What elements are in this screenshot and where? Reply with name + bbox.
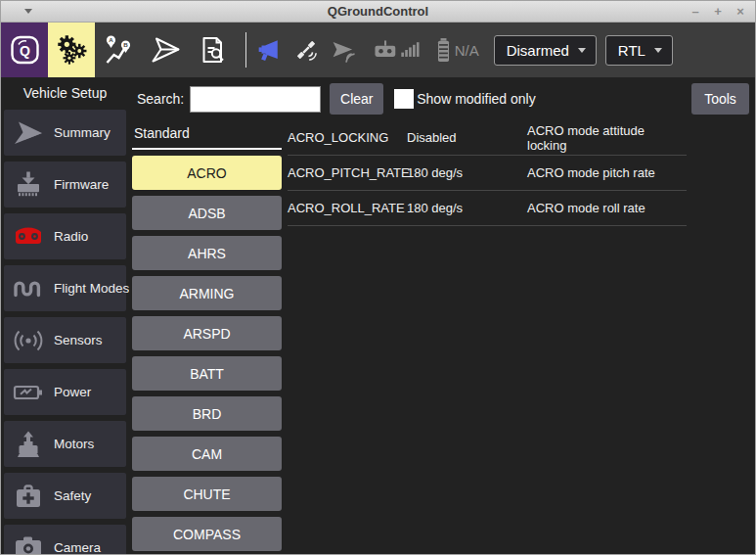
battery-label: N/A [455, 42, 479, 59]
parameter-row[interactable]: ACRO_PITCH_RATE 180 deg/s ACRO mode pitc… [288, 156, 687, 191]
svg-text:Q: Q [20, 43, 30, 59]
parameter-value: Disabled [407, 130, 527, 145]
rc-transmitter-icon [372, 37, 422, 63]
category-button-batt[interactable]: BATT [132, 356, 282, 391]
sidebar-item-label: Summary [54, 125, 111, 140]
parameter-description: ACRO mode attitude locking [527, 123, 687, 153]
tools-button[interactable]: Tools [691, 83, 749, 115]
parameter-name: ACRO_LOCKING [288, 130, 407, 145]
motor-icon [12, 430, 45, 459]
search-label: Search: [137, 91, 184, 107]
category-button-adsb[interactable]: ADSB [132, 196, 282, 230]
category-button-compass[interactable]: COMPASS [132, 517, 282, 551]
radio-icon [12, 222, 45, 252]
sidebar-title: Vehicle Setup [1, 77, 129, 110]
window-title: QGroundControl [1, 4, 755, 19]
parameter-row[interactable]: ACRO_ROLL_RATE 180 deg/s ACRO mode roll … [288, 191, 687, 226]
sidebar-item-radio[interactable]: Radio [4, 213, 126, 259]
log-analyze-icon [197, 34, 229, 66]
parameter-row[interactable]: ACRO_LOCKING Disabled ACRO mode attitude… [288, 120, 687, 156]
sidebar-item-camera[interactable]: Camera [4, 525, 126, 554]
status-indicator-telemetry-rssi[interactable] [332, 37, 359, 63]
paper-plane-icon [150, 34, 182, 66]
category-button-brd[interactable]: BRD [132, 396, 282, 431]
maximize-button[interactable]: + [712, 2, 724, 22]
category-button-chute[interactable]: CHUTE [132, 477, 282, 511]
sidebar-item-power[interactable]: Power [4, 369, 126, 415]
status-indicator-rc-rssi[interactable] [372, 37, 422, 63]
minimize-button[interactable]: – [689, 2, 701, 22]
sidebar-item-label: Safety [54, 488, 91, 503]
svg-text:A: A [109, 36, 113, 43]
window-menu-caret-icon[interactable] [24, 9, 32, 14]
sidebar-item-flight-modes[interactable]: Flight Modes [4, 265, 126, 311]
sidebar-item-label: Firmware [54, 177, 109, 192]
sidebar-item-firmware[interactable]: Firmware [4, 162, 126, 208]
search-input[interactable] [190, 86, 321, 113]
vehicle-setup-sidebar: Vehicle Setup Summary Firmware Radio Fli… [1, 77, 129, 554]
power-battery-icon [12, 378, 45, 407]
armed-state-dropdown[interactable]: Disarmed [494, 35, 597, 66]
firmware-chip-icon [12, 170, 45, 200]
view-button-analyze[interactable] [189, 23, 236, 77]
category-button-arspd[interactable]: ARSPD [132, 316, 282, 350]
title-bar: QGroundControl – + × [1, 1, 755, 23]
status-indicator-vehicle-messages[interactable] [255, 37, 281, 63]
vehicle-setup-view: Vehicle Setup Summary Firmware Radio Fli… [1, 77, 755, 554]
parameter-value: 180 deg/s [407, 201, 527, 215]
parameter-description: ACRO mode roll rate [527, 201, 687, 215]
category-button-arming[interactable]: ARMING [132, 276, 282, 310]
view-button-fly[interactable] [142, 23, 189, 77]
show-modified-checkbox[interactable] [394, 89, 414, 109]
sidebar-item-label: Camera [54, 540, 101, 554]
search-bar: Search: Clear Show modified only Tools [129, 77, 755, 120]
flight-modes-wave-icon [12, 274, 45, 303]
flight-mode-label: RTL [618, 42, 645, 59]
satellite-icon [293, 37, 319, 63]
safety-kit-icon [12, 482, 45, 511]
qgc-logo-icon: Q [9, 34, 41, 66]
gears-icon [56, 34, 88, 66]
sidebar-item-label: Sensors [54, 333, 103, 347]
sensors-signal-icon [12, 326, 45, 355]
category-buttons: ACROADSBAHRSARMINGARSPDBATTBRDCAMCHUTECO… [132, 156, 282, 551]
view-button-vehicle-setup[interactable] [48, 23, 95, 77]
category-button-ahrs[interactable]: AHRS [132, 236, 282, 270]
category-button-acro[interactable]: ACRO [132, 156, 282, 190]
sidebar-item-sensors[interactable]: Sensors [4, 317, 126, 363]
caret-down-icon [654, 48, 662, 53]
telemetry-plane-icon [332, 37, 359, 63]
status-indicator-gps[interactable] [293, 37, 319, 63]
parameter-name: ACRO_ROLL_RATE [288, 201, 407, 215]
sidebar-items: Summary Firmware Radio Flight Modes Sens… [1, 110, 129, 554]
status-indicators: N/A [255, 37, 479, 63]
category-button-cam[interactable]: CAM [132, 437, 282, 471]
sidebar-item-summary[interactable]: Summary [4, 110, 126, 156]
show-modified-label: Show modified only [417, 91, 535, 107]
battery-icon [435, 37, 452, 63]
sidebar-item-label: Motors [54, 437, 94, 451]
caret-down-icon [578, 48, 586, 53]
view-buttons: QAB [1, 23, 236, 77]
sidebar-item-label: Radio [54, 229, 88, 244]
parameter-name: ACRO_PITCH_RATE [288, 165, 407, 180]
parameter-table: ACRO_LOCKING Disabled ACRO mode attitude… [288, 120, 687, 554]
summary-plane-icon [12, 118, 45, 148]
armed-state-label: Disarmed [507, 42, 569, 59]
status-indicator-battery[interactable]: N/A [435, 37, 479, 63]
flight-mode-dropdown[interactable]: RTL [605, 35, 673, 66]
sidebar-item-motors[interactable]: Motors [4, 421, 126, 467]
sidebar-item-safety[interactable]: Safety [4, 473, 126, 519]
megaphone-icon [255, 37, 281, 63]
view-button-plan[interactable]: AB [95, 23, 142, 77]
plan-route-icon: AB [103, 34, 135, 66]
qgroundcontrol-window: QGroundControl – + × QAB N/A Disarmed RT… [0, 0, 756, 555]
window-controls: – + × [689, 2, 755, 22]
camera-icon [12, 533, 45, 555]
toolbar: QAB N/A Disarmed RTL [1, 23, 755, 77]
view-button-qgc-app[interactable]: Q [1, 23, 48, 77]
clear-button[interactable]: Clear [330, 83, 383, 115]
parameter-value: 180 deg/s [407, 165, 527, 180]
close-button[interactable]: × [734, 2, 746, 22]
category-list: Standard ACROADSBAHRSARMINGARSPDBATTBRDC… [132, 120, 282, 554]
